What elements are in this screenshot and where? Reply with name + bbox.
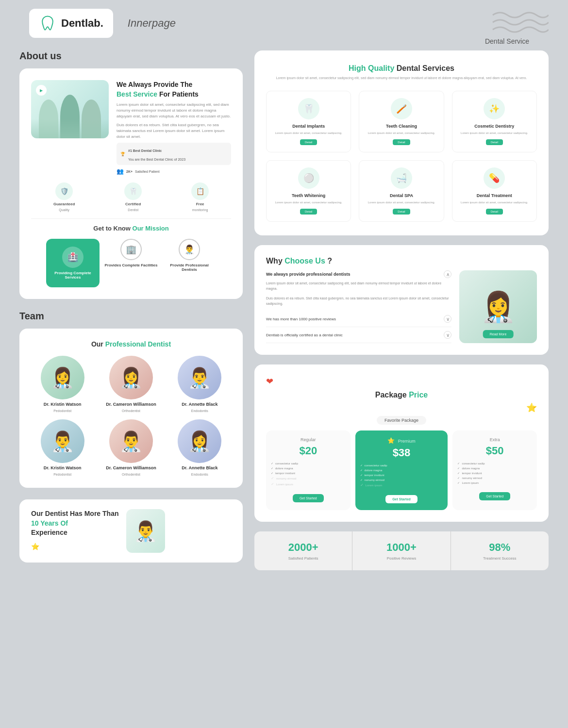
extra-features: ✓ consectetur sadip ✓ dolore magna ✓ tem… — [457, 462, 532, 486]
why-body: Lorem ipsum dolor sit amet, consectetur … — [266, 281, 451, 291]
treatment-detail-btn[interactable]: Detail — [486, 209, 503, 215]
spa-icon: 🛁 — [391, 167, 412, 189]
feature-item: ✓ Lorem ipsum — [457, 481, 532, 484]
price-col-regular: Regular $20 ✓ consectetur sadip ✓ dolore… — [266, 430, 351, 510]
dental-service-top-label: Dental Service — [0, 37, 568, 46]
stat-success: 98% Treatment Success — [451, 531, 549, 570]
dentist-img-3: 👨‍⚕️ — [178, 356, 221, 399]
services-grid: 🦷 Dental Implants Lorem ipsum dolor sit … — [266, 91, 537, 222]
dentist-item: 👨‍⚕️ Dr. Kristin Watson Pedodontist — [31, 419, 94, 476]
service-item-cosmetic: ✨ Cosmetic Dentistry Lorem ipsum dolor s… — [452, 91, 537, 152]
dentist-img-1: 👩‍⚕️ — [41, 356, 84, 399]
favorite-badge: Favorite Package — [266, 415, 537, 424]
dentist-avatar-5: 👨‍⚕️ — [109, 419, 153, 463]
implants-detail-btn[interactable]: Detail — [300, 139, 317, 145]
exp-avatar: 👨‍⚕️ — [126, 509, 165, 553]
price-col-premium: ⭐ Premium $38 ✓ consectetur sadip ✓ dolo… — [355, 430, 448, 510]
why-accordion-1[interactable]: We has more than 1000 positive reviews ∨ — [266, 311, 451, 327]
accordion-toggle-2[interactable]: ∨ — [444, 331, 451, 339]
about-image: ▶ — [31, 80, 109, 138]
feature-item: ✓ Lorem ipsum — [271, 482, 346, 486]
why-right: 👩‍⚕️ Read More — [459, 270, 537, 343]
wave-decoration — [490, 8, 549, 39]
mission-item-facilities: 🏢 Provides Complete Facilities — [104, 239, 158, 287]
left-column: About us ▶ We Always Provide The — [19, 50, 243, 570]
feature-item: ✓ consectetur sadip — [271, 462, 346, 465]
logo-box: Dentlab. — [29, 9, 113, 38]
regular-features: ✓ consectetur sadip ✓ dolore magna ✓ tem… — [271, 462, 346, 488]
package-title: Package Price — [266, 391, 537, 399]
extra-get-started-btn[interactable]: Get Started — [479, 492, 510, 500]
feature-item: ✓ tempor invidunt — [360, 473, 443, 477]
mission-title: Get to Know Our Mission — [31, 225, 231, 232]
feature-item: ✓ dolore magna — [360, 468, 443, 472]
about-text-block: We Always Provide The Best Service For P… — [117, 80, 231, 175]
about-desc1: Lorem ipsum dolor sit amet, consectetur … — [117, 102, 231, 119]
services-card-title: High Quality Dental Services — [266, 64, 537, 73]
logo-text: Dentlab. — [61, 17, 103, 30]
accordion-toggle-1[interactable]: ∨ — [444, 315, 451, 323]
feature-item: ✓ dolore magna — [457, 466, 532, 470]
feature-monitoring: 📋 Free monitoring — [191, 182, 209, 212]
dentist-item: 👩‍⚕️ Dr. Annette Black Endodontis — [168, 419, 231, 476]
dentist-avatar-1: 👩‍⚕️ — [41, 356, 84, 399]
feature-item: ✓ Lorem ipsum — [360, 483, 443, 487]
services-icon: 🏥 — [62, 247, 84, 268]
treatment-icon: 💊 — [484, 167, 505, 189]
feature-item: ✓ consectetur sadip — [360, 463, 443, 467]
why-content: We always provide professional dentists … — [266, 270, 537, 343]
whitening-detail-btn[interactable]: Detail — [300, 209, 317, 215]
star-gold: ⭐ — [266, 402, 537, 413]
feature-item: ✓ dolore magna — [271, 466, 346, 470]
implants-icon: 🦷 — [298, 98, 319, 119]
dentists-icon: 👨‍⚕️ — [179, 239, 200, 260]
about-hero: ▶ We Always Provide The Best Service For… — [31, 80, 231, 175]
regular-get-started-btn[interactable]: Get Started — [293, 494, 324, 502]
dentist-item: 👩‍⚕️ Dr. Kristin Watson Pedodontist — [31, 356, 94, 413]
why-accordion-2[interactable]: Dentlab is officially certified as a den… — [266, 327, 451, 343]
mission-cards: 🏥 Providing Complete Services 🏢 Provides… — [31, 239, 231, 287]
why-image: 👩‍⚕️ Read More — [459, 270, 537, 343]
service-item-spa: 🛁 Dental SPA Lorem ipsum dolor sit amet,… — [359, 160, 444, 222]
about-desc2: Duis dolores et ea rebum. Stet clita kas… — [117, 122, 231, 140]
service-item-cleaning: 🪥 Teeth Cleaning Lorem ipsum dolor sit a… — [359, 91, 444, 152]
team-card: Our Professional Dentist 👩‍⚕️ Dr. Kristi… — [19, 329, 243, 488]
spa-detail-btn[interactable]: Detail — [393, 209, 410, 215]
dentist-img-6: 👩‍⚕️ — [178, 419, 221, 463]
dentist-item: 👨‍⚕️ Dr. Cameron Williamson Orthodentist — [100, 419, 162, 476]
premium-features: ✓ consectetur sadip ✓ dolore magna ✓ tem… — [360, 463, 443, 489]
dentist-img-5: 👨‍⚕️ — [109, 419, 153, 463]
innerpage-label: Innerpage — [128, 17, 176, 30]
services-card: High Quality Dental Services Lorem ipsum… — [254, 50, 549, 235]
feature-certified: 🦷 Certified Dentist — [124, 182, 142, 212]
dentist-item: 👩‍⚕️ Dr. Cameron Williamson Orthodentist — [100, 356, 162, 413]
right-column: High Quality Dental Services Lorem ipsum… — [254, 50, 549, 570]
team-title: Our Professional Dentist — [31, 340, 231, 348]
feature-item: ✓ nonumy eirmod — [271, 476, 346, 480]
dentist-grid-row2: 👨‍⚕️ Dr. Kristin Watson Pedodontist 👨‍⚕️… — [31, 419, 231, 476]
dentist-avatar-3: 👨‍⚕️ — [178, 356, 221, 399]
pricing-grid: Regular $20 ✓ consectetur sadip ✓ dolore… — [266, 430, 537, 510]
dentist-grid-row1: 👩‍⚕️ Dr. Kristin Watson Pedodontist 👩‍⚕️… — [31, 356, 231, 413]
guaranteed-icon: 🛡️ — [55, 182, 73, 200]
why-body2: Duis dolores et ea rebum. Stet clita kas… — [266, 296, 451, 306]
price-col-extra: Extra $50 ✓ consectetur sadip ✓ dolore m… — [452, 430, 537, 510]
dentist-avatar-4: 👨‍⚕️ — [41, 419, 84, 463]
feature-item: ✓ nonumy eirmod — [360, 478, 443, 481]
cleaning-detail-btn[interactable]: Detail — [393, 139, 410, 145]
feature-item: ✓ nonumy eirmod — [457, 476, 532, 480]
monitoring-icon: 📋 — [191, 182, 209, 200]
service-item-treatment: 💊 Dental Treatment Lorem ipsum dolor sit… — [452, 160, 537, 222]
read-more-btn[interactable]: Read More — [483, 330, 514, 338]
features-row: 🛡️ Guaranteed Quality 🦷 Certified Dentis… — [31, 182, 231, 212]
service-item-implants: 🦷 Dental Implants Lorem ipsum dolor sit … — [266, 91, 351, 152]
exp-text: Our Dentist Has More Than 10 Years Of Ex… — [31, 509, 118, 550]
experience-teaser: Our Dentist Has More Than 10 Years Of Ex… — [19, 499, 243, 563]
why-toggle-1[interactable]: ∧ — [444, 270, 451, 278]
dentist-avatar-6: 👩‍⚕️ — [178, 419, 221, 463]
stats-row: 2000+ Satisfied Patients 1000+ Positive … — [254, 531, 549, 570]
dentist-item: 👨‍⚕️ Dr. Annette Black Endodontis — [168, 356, 231, 413]
logo-icon — [39, 15, 56, 32]
cosmetic-detail-btn[interactable]: Detail — [486, 139, 503, 145]
premium-get-started-btn[interactable]: Get Started — [385, 495, 418, 503]
